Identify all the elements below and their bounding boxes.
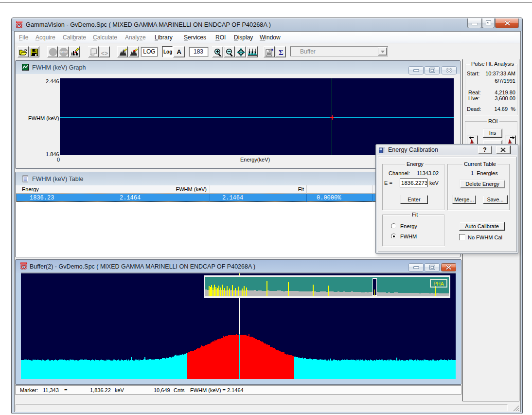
svg-text:<>: <> (101, 51, 108, 56)
svg-text:STOP: STOP (60, 51, 68, 54)
svg-text:PHA: PHA (433, 281, 444, 287)
svg-text:Σ: Σ (279, 49, 284, 56)
